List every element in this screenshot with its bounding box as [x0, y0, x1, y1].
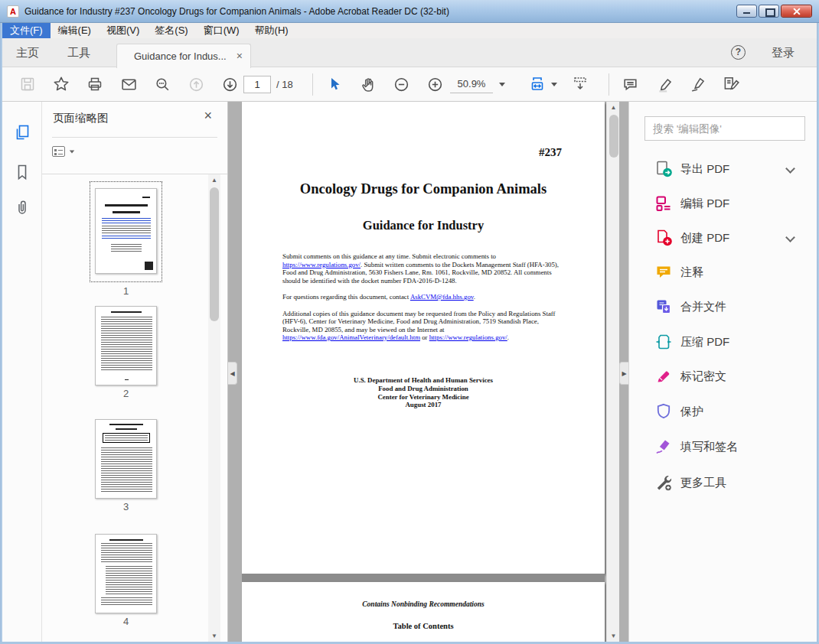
sign-button[interactable] — [688, 74, 708, 94]
collapse-right-pane-handle[interactable]: ▶ — [619, 362, 628, 385]
fit-width-button[interactable] — [527, 74, 547, 94]
scroll-up-icon[interactable]: ▲ — [208, 174, 220, 186]
search-input[interactable] — [644, 116, 805, 141]
zoom-out-icon — [393, 76, 410, 93]
menu-file[interactable]: 文件(F) — [2, 23, 51, 38]
page-total: / 18 — [276, 67, 293, 102]
compress-pdf-icon — [654, 333, 673, 351]
scroll-down-icon[interactable]: ▼ — [607, 630, 620, 642]
thumbnails-panel: 页面缩略图 × 1 — [42, 102, 228, 642]
help-icon[interactable]: ? — [731, 45, 746, 60]
tool-combine-files[interactable]: 合并文件 — [629, 293, 817, 320]
email-button[interactable] — [119, 74, 139, 94]
fda-link[interactable]: https://www.fda.gov/AnimalVeterinary/def… — [282, 333, 420, 341]
menu-edit[interactable]: 编辑(E) — [51, 23, 99, 38]
create-pdf-icon — [654, 229, 673, 247]
page-up-icon — [188, 76, 205, 93]
save-icon — [19, 76, 36, 93]
scroll-down-icon[interactable]: ▼ — [208, 630, 220, 642]
signature-pen-icon — [689, 75, 707, 93]
regulations-link[interactable]: https://www.regulations.gov/ — [429, 333, 507, 341]
document-view[interactable]: #237 Oncology Drugs for Companion Animal… — [228, 102, 628, 642]
menu-sign[interactable]: 签名(S) — [147, 23, 195, 38]
close-button[interactable] — [781, 5, 812, 18]
page-number-input[interactable] — [243, 76, 271, 93]
collapse-left-pane-handle[interactable]: ◀ — [228, 362, 237, 385]
tool-compress-pdf[interactable]: 压缩 PDF — [629, 328, 817, 356]
chevron-down-icon[interactable] — [785, 233, 795, 242]
find-button[interactable] — [152, 74, 172, 94]
select-tool-button[interactable] — [324, 74, 344, 94]
thumbnail-options-button[interactable] — [52, 143, 81, 160]
tool-export-pdf[interactable]: 导出 PDF — [629, 155, 817, 183]
document-scrollbar[interactable]: ▲ ▼ — [606, 102, 619, 642]
thumbnail-page-3[interactable] — [95, 419, 157, 499]
pdf-page-2[interactable]: Contains Nonbinding Recommendations Tabl… — [242, 582, 605, 642]
document-number: #237 — [539, 146, 562, 159]
title-bar[interactable]: A Guidance for Industry #237 Oncology Dr… — [0, 0, 819, 23]
thumbnail-page-1[interactable] — [90, 181, 162, 282]
paragraph: For questions regarding this document, c… — [282, 293, 564, 301]
print-icon — [86, 76, 103, 93]
panel-close-icon[interactable]: × — [204, 108, 212, 124]
export-pdf-icon — [654, 160, 673, 178]
tab-document[interactable]: Guidance for Indus... × — [116, 44, 251, 68]
paperclip-icon — [13, 198, 31, 216]
scrollbar-thumb[interactable] — [210, 187, 219, 321]
minimize-icon — [737, 5, 756, 17]
star-icon — [52, 75, 70, 93]
regulations-link[interactable]: https://www.regulations.gov/ — [282, 261, 361, 268]
bookmarks-panel-button[interactable] — [13, 163, 31, 181]
page-thumbnails-panel-button[interactable] — [13, 123, 31, 141]
previous-page-button[interactable] — [186, 74, 206, 94]
tool-more-tools[interactable]: 更多工具 — [629, 469, 817, 496]
page2-title: Table of Contents — [242, 622, 605, 630]
tool-fill-sign[interactable]: 填写和签名 — [629, 433, 817, 460]
paragraph: Submit comments on this guidance at any … — [282, 252, 564, 285]
hand-tool-button[interactable] — [357, 74, 377, 94]
zoom-in-button[interactable] — [425, 74, 445, 94]
tool-redact[interactable]: 标记密文 — [629, 363, 817, 390]
select-cursor-icon — [325, 76, 342, 93]
tool-protect[interactable]: 保护 — [629, 398, 817, 425]
tab-home[interactable]: 主页 — [16, 38, 39, 67]
chevron-down-icon — [499, 83, 505, 86]
combine-files-icon — [654, 298, 673, 316]
page-separator — [242, 574, 605, 582]
menu-help[interactable]: 帮助(H) — [247, 23, 296, 38]
chevron-down-icon[interactable] — [551, 83, 557, 86]
scroll-up-icon[interactable]: ▲ — [607, 102, 620, 113]
zoom-out-button[interactable] — [391, 74, 411, 94]
tool-comment[interactable]: 注释 — [629, 259, 817, 286]
tab-close-icon[interactable]: × — [237, 44, 243, 68]
scroll-mode-button[interactable] — [570, 74, 590, 94]
fill-sign-page-button[interactable] — [721, 74, 741, 94]
next-page-button[interactable] — [220, 74, 240, 94]
thumbnails-scrollbar[interactable]: ▲ ▼ — [208, 174, 220, 642]
menu-window[interactable]: 窗口(W) — [196, 23, 247, 38]
print-button[interactable] — [85, 74, 105, 94]
tool-edit-pdf[interactable]: 编辑 PDF — [629, 190, 817, 217]
tool-create-pdf[interactable]: 创建 PDF — [629, 224, 817, 252]
comment-button[interactable] — [620, 74, 640, 94]
scrollbar-thumb[interactable] — [609, 115, 618, 158]
issuing-organization: U.S. Department of Health and Human Serv… — [242, 376, 605, 409]
thumbnail-page-2[interactable] — [95, 306, 157, 385]
save-button[interactable] — [18, 74, 38, 94]
chevron-down-icon[interactable] — [785, 164, 795, 174]
login-button[interactable]: 登录 — [772, 38, 795, 67]
acrobat-app-icon: A — [7, 5, 19, 18]
divider — [52, 137, 217, 138]
attachments-panel-button[interactable] — [13, 198, 31, 216]
highlight-button[interactable] — [655, 74, 675, 94]
zoom-level-dropdown[interactable]: 50.9% — [449, 75, 510, 94]
minimize-button[interactable] — [736, 5, 757, 18]
star-button[interactable] — [51, 74, 71, 94]
maximize-icon — [759, 5, 778, 17]
pdf-page-1[interactable]: #237 Oncology Drugs for Companion Animal… — [242, 102, 605, 574]
askcvm-email-link[interactable]: AskCVM@fda.hhs.gov — [410, 293, 474, 301]
thumbnail-page-4[interactable] — [95, 534, 157, 613]
menu-view[interactable]: 视图(V) — [99, 23, 147, 38]
tab-tools[interactable]: 工具 — [67, 38, 90, 67]
maximize-button[interactable] — [759, 5, 779, 18]
